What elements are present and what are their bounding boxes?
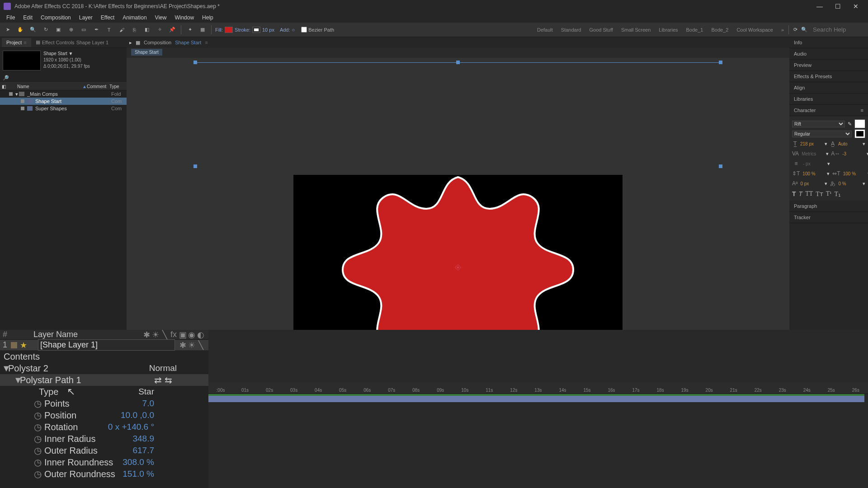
- project-item[interactable]: Super ShapesCom: [0, 105, 127, 112]
- project-search-icon[interactable]: 🔎: [3, 75, 9, 81]
- col-type[interactable]: Type: [109, 84, 125, 89]
- col-label-tag[interactable]: ◧: [2, 84, 6, 89]
- kerning-input[interactable]: [802, 151, 823, 156]
- col-layer-name[interactable]: Layer Name: [33, 330, 78, 339]
- add-dropdown-icon[interactable]: ○: [292, 27, 295, 33]
- hand-tool-icon[interactable]: ✋: [15, 25, 25, 35]
- stopwatch-icon[interactable]: ◷: [33, 410, 42, 421]
- roto-tool-icon[interactable]: ✧: [155, 25, 165, 35]
- allcaps-button[interactable]: TT: [805, 190, 813, 198]
- stopwatch-icon[interactable]: ◷: [33, 457, 42, 468]
- stroke-width[interactable]: 10 px: [262, 27, 274, 33]
- switch-shy-icon[interactable]: ✱: [142, 331, 151, 339]
- pen-tool-icon[interactable]: ✒: [91, 25, 101, 35]
- layer-name[interactable]: [Shape Layer 1]: [38, 339, 175, 351]
- polystar-mode[interactable]: Normal: [149, 363, 208, 373]
- rotate-tool-icon[interactable]: ↻: [41, 25, 51, 35]
- zoom-tool-icon[interactable]: 🔍: [28, 25, 38, 35]
- vscale-input[interactable]: [802, 171, 824, 176]
- position-value[interactable]: 10.0 ,0.0: [121, 410, 208, 420]
- polypath1-label[interactable]: Polystar Path 1: [20, 375, 81, 385]
- bezier-path-checkbox[interactable]: Bezier Path: [301, 27, 334, 33]
- type-value[interactable]: Star: [138, 387, 208, 397]
- selection-handle[interactable]: [193, 61, 197, 64]
- comp-panel-active[interactable]: Shape Start: [175, 40, 201, 45]
- font-size-input[interactable]: [800, 141, 822, 146]
- selection-handle[interactable]: [193, 164, 197, 168]
- comp-panel-menu-icon[interactable]: ≡: [205, 40, 208, 45]
- selection-handle[interactable]: [719, 164, 722, 168]
- tracking-input[interactable]: [842, 151, 864, 156]
- leading-input[interactable]: [838, 141, 860, 146]
- time-ruler[interactable]: :00s01s02s03s04s05s06s07s08s09s10s11s12s…: [208, 382, 868, 394]
- menu-view[interactable]: View: [151, 14, 170, 22]
- stroke-width-input[interactable]: [803, 161, 825, 166]
- stopwatch-icon[interactable]: ◷: [33, 469, 42, 479]
- menu-layer[interactable]: Layer: [75, 14, 96, 22]
- switch-adj-icon[interactable]: ◐: [197, 331, 205, 339]
- subscript-button[interactable]: T₁: [835, 190, 841, 198]
- menu-file[interactable]: File: [3, 14, 19, 22]
- brush-tool-icon[interactable]: 🖌: [117, 25, 127, 35]
- workspace-bode1[interactable]: Bode_1: [686, 27, 703, 33]
- selection-handle[interactable]: [456, 61, 460, 64]
- panel-character[interactable]: Character≡: [789, 105, 868, 116]
- switch-frame-icon[interactable]: ▣: [179, 331, 187, 339]
- snap-icon[interactable]: ✦: [185, 25, 195, 35]
- stopwatch-icon[interactable]: ◷: [33, 433, 42, 444]
- stopwatch-icon[interactable]: ◷: [33, 398, 42, 409]
- selection-tool-icon[interactable]: ➤: [3, 25, 13, 35]
- menu-effect[interactable]: Effect: [97, 14, 118, 22]
- maximize-button[interactable]: ☐: [829, 1, 846, 11]
- minimize-button[interactable]: —: [811, 1, 828, 11]
- workspace-goodstuff[interactable]: Good Stuff: [590, 27, 613, 33]
- workspace-libraries[interactable]: Libraries: [659, 27, 678, 33]
- stopwatch-icon[interactable]: ◷: [33, 422, 42, 432]
- layer-switch-2[interactable]: ☀: [188, 341, 196, 349]
- switch-collapse-icon[interactable]: ☀: [151, 331, 160, 339]
- twirl-icon[interactable]: ▼: [2, 363, 8, 374]
- polystar2-label[interactable]: Polystar 2: [8, 363, 48, 374]
- close-button[interactable]: ✕: [847, 1, 864, 11]
- stroke-swatch[interactable]: [252, 27, 260, 33]
- font-weight-dropdown[interactable]: Regular: [792, 131, 852, 137]
- outer-radius-value[interactable]: 617.7: [132, 446, 208, 455]
- eyedropper-icon[interactable]: ✎: [848, 121, 852, 127]
- italic-button[interactable]: T: [799, 190, 803, 198]
- menu-animation[interactable]: Animation: [119, 14, 150, 22]
- fill-color-swatch[interactable]: [854, 119, 865, 128]
- workspace-standard[interactable]: Standard: [561, 27, 581, 33]
- clone-tool-icon[interactable]: ⎘: [129, 25, 139, 35]
- puppet-tool-icon[interactable]: 📌: [167, 25, 177, 35]
- fill-label[interactable]: Fill:: [215, 27, 223, 33]
- layer-row-1[interactable]: 1 ★ [Shape Layer 1] ✱ ☀ ╲: [0, 340, 208, 351]
- anchor-tool-icon[interactable]: ⊕: [66, 25, 76, 35]
- workspace-cool[interactable]: Cool Workspace: [736, 27, 773, 33]
- col-comment[interactable]: Comment: [87, 84, 109, 89]
- workspace-default[interactable]: Default: [537, 27, 553, 33]
- add-label[interactable]: Add:: [280, 27, 290, 33]
- menu-composition[interactable]: Composition: [37, 14, 75, 22]
- contents-label[interactable]: Contents: [4, 352, 40, 362]
- workspace-bode2[interactable]: Bode_2: [711, 27, 728, 33]
- layer-switch-3[interactable]: ╲: [197, 341, 205, 349]
- snap2-icon[interactable]: ▦: [198, 25, 208, 35]
- menu-help[interactable]: Help: [198, 14, 217, 22]
- path-mode-icon-1[interactable]: ⇄: [154, 375, 162, 385]
- selection-handle[interactable]: [719, 61, 722, 64]
- layer-duration-bar[interactable]: [208, 396, 864, 402]
- tab-effect-controls[interactable]: ▦ Effect Controls Shape Layer 1: [31, 38, 113, 47]
- timeline-area[interactable]: :00s01s02s03s04s05s06s07s08s09s10s11s12s…: [208, 330, 868, 488]
- panel-audio[interactable]: Audio: [789, 48, 868, 60]
- inner-radius-value[interactable]: 348.9: [132, 434, 208, 444]
- col-sort-icon[interactable]: ▲: [82, 84, 87, 89]
- panel-preview[interactable]: Preview: [789, 60, 868, 71]
- bold-button[interactable]: T: [792, 190, 796, 198]
- twirl-icon[interactable]: ▼: [14, 375, 20, 385]
- layer-switch-1[interactable]: ✱: [179, 341, 187, 349]
- switch-fx-icon[interactable]: fx: [170, 331, 178, 339]
- comp-grid-icon[interactable]: ▦: [136, 40, 140, 46]
- panel-info[interactable]: Info: [789, 37, 868, 48]
- col-name[interactable]: Name: [17, 84, 82, 89]
- tsume-input[interactable]: [838, 181, 860, 186]
